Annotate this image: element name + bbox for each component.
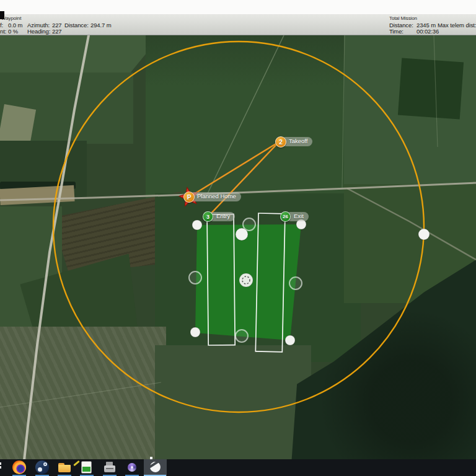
steam-icon [35,461,49,474]
taskbar-file-explorer[interactable] [53,459,76,476]
heading-label: Heading: [27,28,50,35]
cropped-icon-fragment [0,462,1,465]
mission-overlay [0,35,476,476]
midpoint-handle[interactable] [189,271,201,284]
takeoff-badge[interactable]: 2 [275,136,286,148]
heading-value: 227 [52,28,62,35]
cropped-icon-fragment [0,466,1,469]
entry-badge[interactable]: 3 [203,211,213,222]
taskbar-image-editor[interactable] [76,459,98,476]
radius-handle[interactable] [418,229,430,240]
vertex-handle[interactable] [192,220,202,230]
planned-home-badge[interactable]: P [183,192,195,203]
taskbar-qgroundcontrol[interactable] [144,459,167,476]
mission-status-toolbar: Waypoint f: 0.0 m Azimuth: 227 Distance:… [0,15,476,35]
transect-drag-handle[interactable] [236,228,248,240]
mission-time-label: Time: [389,28,403,35]
midpoint-handle[interactable] [289,277,302,289]
total-mission-section-title: Total Mission [389,15,417,21]
taskbar-media-app[interactable] [121,459,143,476]
taskbar-steam[interactable] [31,459,53,476]
windows-taskbar [0,459,476,476]
firefox-icon [12,461,26,474]
gradient-value: 0 % [8,28,18,35]
window-top-strip [0,0,476,15]
mission-time-value: 00:02:36 [416,28,439,35]
survey-center-handle[interactable] [239,273,253,287]
max-telem-label: Max telem dist: [438,22,476,29]
window-fragment [0,11,4,19]
wp-distance-label: Distance: [64,22,89,29]
taskbar-printer-utility[interactable] [99,459,121,476]
planned-home-label: Planned Home [189,192,241,201]
wp-distance-value: 294.7 m [90,22,112,29]
satellite-map[interactable]: Takeoff 2 Planned Home P Entry 3 Exit 26 [0,35,476,476]
taskbar-firefox[interactable] [8,459,30,476]
exit-badge[interactable]: 26 [280,211,291,222]
midpoint-handle[interactable] [236,330,248,342]
gradient-label: nt: [0,28,6,35]
vertex-handle[interactable] [285,335,295,345]
vertex-handle[interactable] [190,327,200,337]
